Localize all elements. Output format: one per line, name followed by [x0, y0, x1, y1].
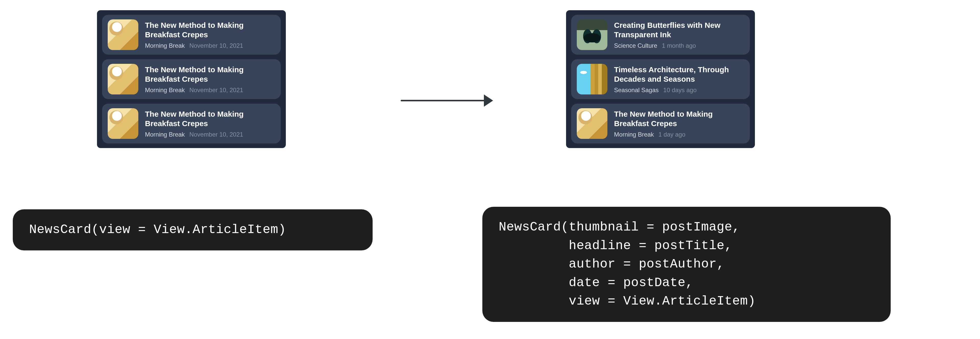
list-item-headline: Timeless Architecture, Through Decades a…: [614, 65, 734, 84]
list-item-date: November 10, 2021: [189, 42, 243, 49]
list-item-meta: Morning BreakNovember 10, 2021: [145, 42, 265, 49]
code-snippet-right: NewsCard(thumbnail = postImage, headline…: [482, 207, 891, 322]
list-item-text: The New Method to Making Breakfast Crepe…: [145, 65, 265, 94]
list-item-date: 1 day ago: [659, 131, 685, 138]
list-item-meta: Science Culture1 month ago: [614, 42, 734, 49]
list-item-text: The New Method to Making Breakfast Crepe…: [145, 109, 265, 138]
list-item[interactable]: The New Method to Making Breakfast Crepe…: [102, 103, 281, 143]
code-snippet-left: NewsCard(view = View.ArticleItem): [13, 209, 372, 250]
news-list-left: The New Method to Making Breakfast Crepe…: [97, 10, 286, 148]
crepes-thumbnail-icon: [108, 108, 138, 139]
list-item-author: Morning Break: [614, 131, 654, 138]
arrow-icon: [401, 94, 493, 107]
list-item-author: Science Culture: [614, 42, 657, 49]
list-item-date: November 10, 2021: [189, 86, 243, 94]
arch-thumbnail-icon: [577, 64, 608, 94]
list-item[interactable]: The New Method to Making Breakfast Crepe…: [102, 15, 281, 55]
list-item-date: 1 month ago: [662, 42, 696, 49]
list-item-author: Morning Break: [145, 86, 185, 94]
list-item-meta: Morning BreakNovember 10, 2021: [145, 131, 265, 138]
list-item[interactable]: The New Method to Making Breakfast Crepe…: [102, 59, 281, 99]
list-item-author: Morning Break: [145, 131, 185, 138]
list-item-text: The New Method to Making Breakfast Crepe…: [614, 109, 734, 138]
list-item-author: Seasonal Sagas: [614, 86, 659, 94]
list-item[interactable]: The New Method to Making Breakfast Crepe…: [571, 103, 750, 143]
list-item-meta: Morning BreakNovember 10, 2021: [145, 86, 265, 94]
crepes-thumbnail-icon: [108, 19, 138, 50]
list-item-text: The New Method to Making Breakfast Crepe…: [145, 21, 265, 49]
figure-canvas: The New Method to Making Breakfast Crepe…: [0, 0, 980, 339]
crepes-thumbnail-icon: [108, 64, 138, 94]
list-item[interactable]: Creating Butterflies with New Transparen…: [571, 15, 750, 55]
butterfly-thumbnail-icon: [577, 19, 608, 50]
list-item-text: Creating Butterflies with New Transparen…: [614, 21, 734, 49]
arrow-shaft: [401, 100, 485, 101]
arrow-head-icon: [484, 94, 493, 107]
list-item-headline: The New Method to Making Breakfast Crepe…: [145, 109, 265, 128]
news-list-right: Creating Butterflies with New Transparen…: [566, 10, 755, 148]
list-item-headline: Creating Butterflies with New Transparen…: [614, 21, 734, 40]
list-item-headline: The New Method to Making Breakfast Crepe…: [145, 65, 265, 84]
list-item-meta: Seasonal Sagas10 days ago: [614, 86, 734, 94]
list-item-headline: The New Method to Making Breakfast Crepe…: [145, 21, 265, 40]
list-item-headline: The New Method to Making Breakfast Crepe…: [614, 109, 734, 128]
list-item-author: Morning Break: [145, 42, 185, 49]
list-item-date: November 10, 2021: [189, 131, 243, 138]
crepes-thumbnail-icon: [577, 108, 608, 139]
list-item-date: 10 days ago: [663, 86, 697, 94]
list-item-meta: Morning Break1 day ago: [614, 131, 734, 138]
list-item[interactable]: Timeless Architecture, Through Decades a…: [571, 59, 750, 99]
list-item-text: Timeless Architecture, Through Decades a…: [614, 65, 734, 94]
